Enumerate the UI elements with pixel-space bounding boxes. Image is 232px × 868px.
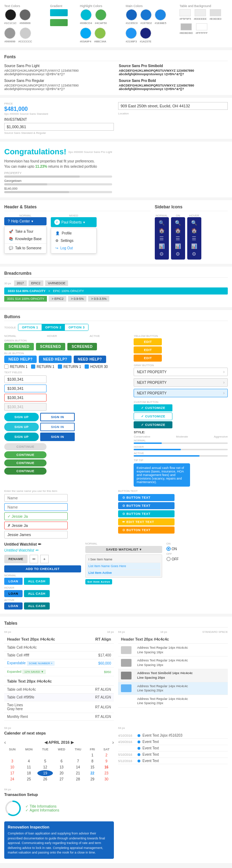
settings-item[interactable]: ⚙ Settings <box>51 237 96 244</box>
yellow-normal[interactable]: EDIT <box>134 338 162 345</box>
cal-day[interactable]: 7 <box>70 758 86 764</box>
event-item-3[interactable]: Event Text <box>118 745 228 751</box>
cal-day[interactable]: 1 <box>86 752 99 758</box>
table-row-alt[interactable]: Table Cell #f9f9fe RT ALIGN <box>4 694 114 701</box>
toggle-option-2[interactable]: OPTION 2 <box>42 324 65 331</box>
table-row[interactable]: Table Cell #4c4c4c <box>4 644 114 652</box>
table-row[interactable]: Table Text 20px #4c4c4c <box>4 676 114 686</box>
btn-edit-text-amended-hover[interactable]: ✏ EDIT TEXT TEXT <box>118 518 175 525</box>
sidebar-search-icon-hover[interactable]: 🔍 <box>191 220 197 226</box>
breadcrumb-epic2[interactable]: EPIC2 <box>29 280 43 286</box>
profile-item[interactable]: 👤 Profile <box>51 230 96 237</box>
help-center-btn[interactable]: ? Help Center ▾ <box>8 219 33 223</box>
cal-day[interactable]: 22 <box>86 770 99 776</box>
breadcrumb-100-opacity[interactable]: 3331 S14 100% OPACITY <box>4 296 47 302</box>
checkbox-3[interactable] <box>58 364 62 369</box>
cal-day[interactable]: 21 <box>70 770 86 776</box>
all-cash-btn-hover[interactable]: ALL CASH <box>24 590 50 597</box>
blue-hover[interactable]: NEED HELP? <box>39 356 71 363</box>
form-input-filled[interactable] <box>4 531 68 539</box>
breadcrumb-epic2-2[interactable]: > EPIC2 <box>49 296 66 302</box>
style-track-3[interactable] <box>134 455 228 457</box>
cal-day[interactable]: 6 <box>53 758 70 764</box>
checkbox-2[interactable] <box>31 364 35 369</box>
table-row[interactable]: Address Text Regular 14px #4c4c4cLine Sp… <box>118 644 228 656</box>
sidebar-list-icon-on[interactable]: ☰ <box>176 236 180 241</box>
breadcrumb-range2[interactable]: > 0.5-3.5% <box>88 296 109 302</box>
event-item-4[interactable]: 5/10/2016 Event Text <box>118 751 228 758</box>
table-row-hover[interactable]: Address Text Simibold 14px #4c4c4cLine S… <box>118 669 228 682</box>
nav-bar-hover[interactable]: P Paul Roberts ▾ <box>51 217 97 227</box>
sidebar-chart-icon-on[interactable]: 📊 <box>175 243 181 249</box>
cal-day[interactable]: 18 <box>20 770 37 776</box>
signup-active[interactable]: SIGN UP <box>4 433 39 441</box>
sidebar-home-icon-on[interactable]: 🏠 <box>175 228 181 233</box>
table-row-active[interactable]: Address Text Regular 14px #4c4c4cLine Sp… <box>118 682 228 695</box>
sidebar-chart-icon[interactable]: 📊 <box>159 243 165 249</box>
table-row[interactable]: Two Lines Gray here RT ALIGN <box>4 701 114 713</box>
sidebar-settings-icon-on[interactable]: ⚙ <box>176 251 180 257</box>
table-row[interactable]: Table Cell #ffff $17,400 <box>4 652 114 659</box>
signin-normal[interactable]: SIGN IN <box>40 413 75 421</box>
sidebar-settings-icon[interactable]: ⚙ <box>159 251 164 257</box>
table-row[interactable]: Table cell #4c4c4c RT ALIGN <box>4 686 114 694</box>
icon-btn-2[interactable]: + <box>40 555 49 563</box>
set-active-btn[interactable]: Set Item Active <box>85 579 112 584</box>
rename-btn[interactable]: RENAME <box>4 555 28 563</box>
custom-active[interactable]: ✓ CUSTOMIZE <box>134 421 172 428</box>
green-normal[interactable]: SCREENED <box>4 343 34 350</box>
all-cash-btn-active[interactable]: ALL CASH <box>24 602 50 610</box>
next-prop-hover[interactable]: NEXT PROPERTY› <box>134 378 228 387</box>
expandable-row[interactable]: Expandable SOME NUMBER + $60,000 <box>4 659 114 668</box>
cal-day[interactable]: 13 <box>53 764 70 770</box>
event-item-1[interactable]: 4/10/2016 Event Text Jsjsx #516203 <box>118 732 228 739</box>
text-input-normal[interactable] <box>4 375 47 383</box>
form-input-name-focus[interactable] <box>4 503 68 511</box>
saved-list-item-3[interactable]: List Item Active <box>87 570 160 576</box>
cal-day[interactable]: 23 <box>99 770 114 776</box>
prev-month-btn[interactable]: ‹ <box>4 739 6 745</box>
table-row[interactable]: Address Text Regular 14px #4c4c4cLine Sp… <box>118 695 228 707</box>
loan-btn-normal[interactable]: LOAN <box>4 578 23 585</box>
cal-day[interactable]: 14 <box>70 764 86 770</box>
expanded-row[interactable]: Expanded 12% SAVED ▼ $950 <box>4 668 114 676</box>
continue-active[interactable]: CONTINUE <box>4 468 47 475</box>
next-prop-active[interactable]: NEXT PROPERTY› <box>134 389 228 397</box>
cal-day[interactable]: 4 <box>20 758 37 764</box>
form-input-name-normal[interactable] <box>4 494 68 502</box>
cal-day[interactable] <box>20 752 37 758</box>
blue-normal[interactable]: NEED HELP? <box>4 356 37 363</box>
next-month-btn[interactable]: › <box>112 739 114 745</box>
take-tour-item[interactable]: 🚀 Take a Tour <box>5 228 46 235</box>
user-menu-btn[interactable]: P Paul Roberts ▾ <box>54 219 85 225</box>
next-prop-normal[interactable]: NEXT PROPERTY› <box>134 368 228 376</box>
nav-bar-normal[interactable]: ? Help Center ▾ <box>4 217 47 225</box>
event-item-5[interactable]: 5/12/2016 Event Text <box>118 758 228 764</box>
address-input[interactable] <box>118 102 228 110</box>
btn-text-hover[interactable]: ⊙ BUTTON TEXT <box>118 502 175 509</box>
toggle-option-1[interactable]: OPTION 1 <box>18 324 42 331</box>
cal-day[interactable]: 5 <box>37 758 53 764</box>
cal-day[interactable]: 24 <box>4 776 20 782</box>
checkbox-1[interactable] <box>4 364 8 369</box>
continue-hover[interactable]: CONTINUE <box>4 459 47 466</box>
event-item-2[interactable]: 4/20/2016 Event Text <box>118 739 228 745</box>
cal-day[interactable]: 15 <box>86 764 99 770</box>
knowledge-base-item[interactable]: 📚 Knowledge Base <box>5 235 46 243</box>
custom-normal[interactable]: ✓ CUSTOMIZE <box>134 404 172 411</box>
sidebar-list-icon-hover[interactable]: ☰ <box>192 236 196 241</box>
text-input-focus[interactable] <box>4 385 47 392</box>
green-hover[interactable]: SCREENED <box>36 343 66 350</box>
table-row[interactable]: Address Text Regular 14px #4c4c4cLine Sp… <box>118 656 228 669</box>
toggle-option-3[interactable]: OPTION 3 <box>65 324 88 331</box>
signin-hover[interactable]: SIGN IN <box>40 423 75 431</box>
cal-day[interactable]: 28 <box>70 776 86 782</box>
sidebar-home-icon-hover[interactable]: 🏠 <box>191 228 197 233</box>
green-active[interactable]: SCREENED <box>67 343 97 350</box>
cal-day[interactable]: 2 <box>99 752 114 758</box>
text-input-error[interactable] <box>4 394 47 402</box>
all-cash-btn-normal[interactable]: ALL CASH <box>24 578 50 585</box>
yellow-active[interactable]: EDIT <box>134 355 162 362</box>
sidebar-list-icon[interactable]: ☰ <box>159 236 164 241</box>
radio-off-1[interactable]: OFF <box>166 557 228 561</box>
